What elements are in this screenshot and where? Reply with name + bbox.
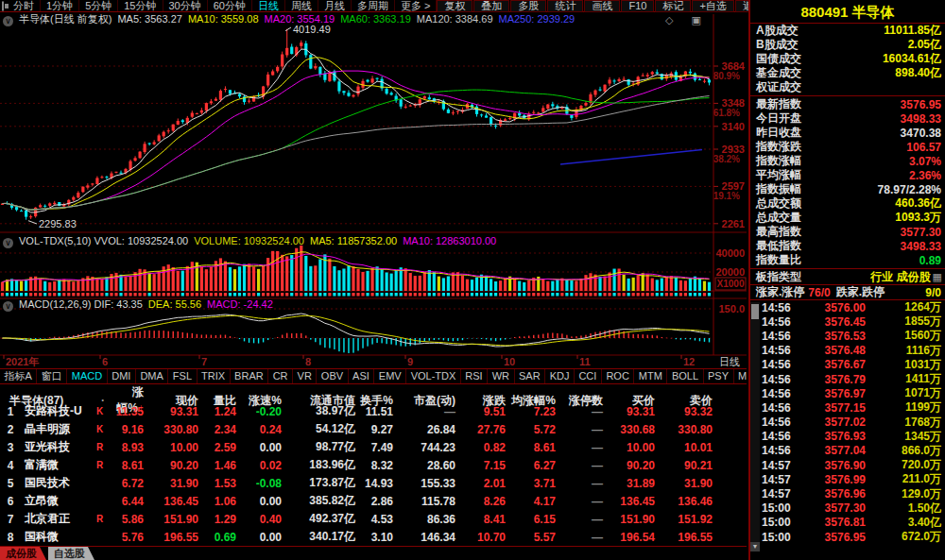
window-layout-icon[interactable] <box>2 1 4 11</box>
toolbar-button-F10[interactable]: F10 <box>621 0 654 12</box>
period-item-5分钟[interactable]: 5分钟 <box>79 0 118 11</box>
table-cell: 31.90 <box>657 477 714 490</box>
tab-constituents[interactable]: 成份股 <box>0 547 46 560</box>
table-cell: 10.01 <box>657 441 714 454</box>
panel-row: 指数振幅78.97/2.28% <box>750 182 945 196</box>
tick-price: 3577.04 <box>805 444 866 457</box>
indicator-tab-CR[interactable]: CR <box>268 369 293 383</box>
indicator-tab-EMV[interactable]: EMV <box>374 369 406 383</box>
tick-time: 14:56 <box>762 301 805 314</box>
period-item-日线[interactable]: 日线 <box>252 0 285 11</box>
period-item-分时[interactable]: 分时 <box>8 0 41 11</box>
period-item-周线[interactable]: 周线 <box>285 0 318 11</box>
ma-value-label: MA20: 3554.19 <box>265 13 335 25</box>
toolbar-button-统计[interactable]: 统计 <box>547 0 583 12</box>
indicator-tab-row: 指标A窗口MACDDMIDMAFSLTRIXBRARCRVROBVASIEMVV… <box>0 368 747 384</box>
indicator-tab-DMI[interactable]: DMI <box>108 369 136 383</box>
indicator-tab-OBV[interactable]: OBV <box>317 369 348 383</box>
table-row[interactable]: 1安路科技-UK11.3593.311.24-0.2038.97亿11.51—9… <box>0 402 747 420</box>
tab-watchlist[interactable]: 自选股 <box>48 547 94 560</box>
table-cell: 0.02 <box>238 459 284 472</box>
tick-time: 15:00 <box>762 531 805 544</box>
svg-text:38.2%: 38.2% <box>713 154 740 164</box>
indicator-tab-CCI[interactable]: CCI <box>575 369 602 383</box>
tick-row: 14:563576.931345万 <box>750 430 945 444</box>
collapse-kline-icon[interactable]: ∨ <box>3 16 13 26</box>
indicator-tab-BRAR[interactable]: BRAR <box>231 369 269 383</box>
row-number: 8 <box>0 531 21 544</box>
board-type-value[interactable]: 行业 成份股 <box>801 269 931 285</box>
indicator-tab-BOLL[interactable]: BOLL <box>667 369 703 383</box>
indicator-tab-ASI[interactable]: ASI <box>349 369 375 383</box>
toolbar-button-多股[interactable]: 多股 <box>510 0 546 12</box>
indicator-tab-TRIX[interactable]: TRIX <box>198 369 231 383</box>
table-row[interactable]: 4富满微R8.6190.201.460.02183.96亿8.3228.607.… <box>0 456 747 474</box>
panel-row-value: 3577.30 <box>801 226 941 239</box>
indicator-tab-DMA[interactable]: DMA <box>136 369 168 383</box>
period-item-更多 >[interactable]: 更多 > <box>395 0 437 11</box>
volume-value-label: MA5: 11857352.00 <box>310 235 397 246</box>
table-cell: 90.20 <box>605 459 657 472</box>
table-row[interactable]: 2晶丰明源K9.16330.802.340.2454.12亿9.2726.842… <box>0 420 747 438</box>
toolbar-button-叠加[interactable]: 叠加 <box>473 0 509 12</box>
table-cell: 0.69 <box>200 531 238 544</box>
table-cell: 183.96亿 <box>284 457 357 473</box>
ma-value-label: MA10: 3559.08 <box>188 13 259 25</box>
svg-text:11: 11 <box>579 356 591 367</box>
period-item-月线[interactable]: 月线 <box>318 0 352 11</box>
table-row[interactable]: 8国科微5.76196.550.690.00340.17亿3.10146.341… <box>0 528 747 546</box>
period-item-1分钟[interactable]: 1分钟 <box>41 0 79 11</box>
indicator-tab-VR[interactable]: VR <box>293 369 317 383</box>
indicator-tab-FSL[interactable]: FSL <box>168 369 197 383</box>
period-item-15分钟[interactable]: 15分钟 <box>118 0 163 11</box>
toolbar-button-画线[interactable]: 画线 <box>584 0 620 12</box>
period-item-30分钟[interactable]: 30分钟 <box>163 0 208 11</box>
chart-corner-icons[interactable]: ◇ ▣ <box>665 14 709 26</box>
toolbar-button-+自选[interactable]: +自选 <box>692 0 733 12</box>
collapse-macd-icon[interactable]: ∨ <box>3 301 13 312</box>
tick-scrollbar[interactable]: ▼ <box>750 302 760 544</box>
period-item-多周期[interactable]: 多周期 <box>352 0 395 11</box>
scrollbar-thumb[interactable] <box>751 304 759 319</box>
table-cell: 10.00 <box>146 441 200 454</box>
table-cell: 0.00 <box>238 441 284 454</box>
toolbar-button-标记[interactable]: 标记 <box>655 0 691 12</box>
toolbar-button-复权[interactable]: 复权 <box>437 0 472 12</box>
tick-time: 14:56 <box>762 401 805 415</box>
panel-row-label: 权证成交 <box>756 79 801 95</box>
row-number: 6 <box>0 495 21 508</box>
panel-row-value: 106.57 <box>801 141 941 154</box>
indicator-tab-窗口[interactable]: 窗口 <box>37 369 67 383</box>
panel-row-label: 指数量比 <box>756 252 801 268</box>
table-cell: 146.34 <box>395 531 457 544</box>
indicator-tab-RSI[interactable]: RSI <box>461 369 488 383</box>
indicator-tab-SAR[interactable]: SAR <box>515 369 546 383</box>
scrollbar-down-arrow[interactable]: ▼ <box>750 542 760 552</box>
indicator-tab-PSY[interactable]: PSY <box>704 369 734 383</box>
indicator-tab-KDJ[interactable]: KDJ <box>545 369 575 383</box>
indicator-tab-指标A[interactable]: 指标A <box>0 369 37 383</box>
table-cell: 93.32 <box>657 405 714 418</box>
table-cell: 196.55 <box>657 531 714 544</box>
panel-row: 指数量比0.89 <box>750 253 945 267</box>
tick-price: 3576.53 <box>805 330 866 343</box>
table-row[interactable]: 6立昂微6.44136.451.060.00385.82亿2.86115.788… <box>0 492 747 510</box>
indicator-tab-VOL-TDX[interactable]: VOL-TDX <box>406 369 461 383</box>
indicator-tab-MTM[interactable]: MTM <box>634 369 667 383</box>
table-row[interactable]: 5国民技术6.7231.901.53-0.08173.87亿14.93155.3… <box>0 474 747 492</box>
grid-icon[interactable]: ▦ <box>933 271 942 283</box>
indicator-tab-ROC[interactable]: ROC <box>602 369 634 383</box>
market-info-panel: 880491 半导体 A股成交11011.85亿B股成交2.05亿国债成交160… <box>748 0 945 560</box>
indicator-tab-WR[interactable]: WR <box>488 369 514 383</box>
period-item-60分钟[interactable]: 60分钟 <box>208 0 252 11</box>
table-row[interactable]: 3亚光科技R8.9310.002.590.0098.77亿7.49744.230… <box>0 438 747 456</box>
tick-row: 14:563576.791411万 <box>750 372 945 386</box>
table-row[interactable]: 7北京君正R5.86151.901.290.40492.37亿4.5386.36… <box>0 510 747 528</box>
collapse-volume-icon[interactable]: ∨ <box>3 238 13 248</box>
indicator-tab-MACD[interactable]: MACD <box>67 369 107 383</box>
tick-price: 3577.30 <box>805 501 866 515</box>
indicator-tab-MCST[interactable]: MCST <box>734 369 747 383</box>
tick-time: 14:56 <box>762 315 805 329</box>
chart-svg[interactable]: 368480.9%334861.8%3140293338.2%259719.1%… <box>0 12 747 368</box>
panel-row-value: 3470.38 <box>801 127 941 140</box>
